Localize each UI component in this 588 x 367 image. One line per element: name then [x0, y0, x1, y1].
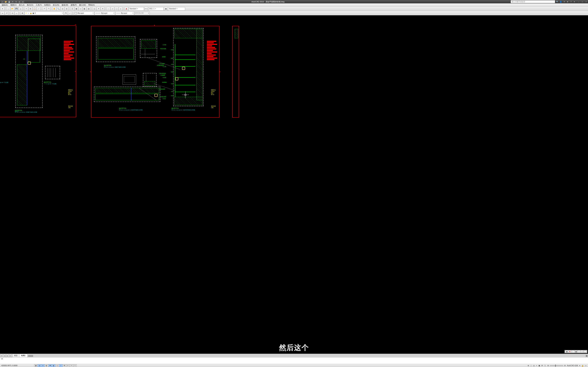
- tb-match[interactable]: ✓: [37, 7, 41, 11]
- menu-edit[interactable]: 编辑(E): [1, 4, 9, 6]
- tb-paste[interactable]: 📋: [33, 7, 36, 11]
- menu-window[interactable]: 窗口(W): [78, 4, 87, 6]
- toggle-3dosnap[interactable]: ◧: [52, 364, 55, 367]
- toggle-lwt[interactable]: ≡: [66, 364, 69, 367]
- lineweight-combo[interactable]: ByLayer▾: [115, 12, 134, 15]
- sb-scale-icon[interactable]: 1:: [544, 365, 546, 367]
- linetype-combo[interactable]: ByLayer▾: [95, 12, 115, 15]
- cs-max-icon[interactable]: ⛶: [584, 350, 587, 353]
- tb-cut[interactable]: ✂: [25, 7, 28, 11]
- tb-dsv[interactable]: ▦: [75, 7, 78, 11]
- dim-style-combo[interactable]: DS1: 1▾: [148, 7, 164, 10]
- exchange-icon[interactable]: ✕: [563, 0, 566, 3]
- tb-pan[interactable]: ✋: [52, 7, 56, 11]
- drawing-canvas[interactable]: 04 03 DETAIL EL-01 1:10 @ A3 客餐厅墙面大样图 @ …: [0, 15, 588, 354]
- qat-redo-icon[interactable]: ↷: [15, 0, 17, 3]
- qat-open-icon[interactable]: 📂: [4, 0, 7, 3]
- zoom-slider[interactable]: [550, 365, 563, 366]
- sb-tray-icon[interactable]: ▭: [584, 365, 587, 367]
- tb-area[interactable]: ▱: [111, 7, 114, 11]
- cs-model-icon[interactable]: ▣: [565, 350, 568, 353]
- tb-save[interactable]: 💾: [15, 7, 18, 11]
- tb-dist[interactable]: ↔: [106, 7, 110, 11]
- tb-zoom-rt[interactable]: 🔍: [56, 7, 60, 11]
- sb-pan-icon[interactable]: ⌖: [536, 365, 538, 367]
- workspace-label[interactable]: AutoCAD 经典: [567, 365, 579, 367]
- sb-quickview-icon[interactable]: ◎: [533, 365, 535, 367]
- qat-save-icon[interactable]: 💾: [8, 0, 10, 3]
- tb-dropdown[interactable]: ▾: [1, 7, 4, 11]
- tb-zoom-w[interactable]: ⊡: [61, 7, 64, 11]
- toggle-ducs[interactable]: ⊡: [59, 364, 62, 367]
- tb-layeriso[interactable]: ⊙: [10, 11, 14, 15]
- tb-text-a-icon[interactable]: A: [125, 7, 128, 11]
- tab-nav-last[interactable]: ⏭: [9, 354, 12, 357]
- tb-erase[interactable]: ✕: [101, 7, 104, 11]
- help-dd-icon[interactable]: ▾: [573, 0, 576, 3]
- tb-calc[interactable]: ▤: [87, 7, 91, 11]
- hscroll-right[interactable]: ▶: [586, 355, 588, 357]
- sb-model-icon[interactable]: ⊕: [527, 365, 529, 367]
- sb-layout-icon[interactable]: ⬚: [530, 365, 532, 367]
- tb-props[interactable]: ☰: [70, 7, 74, 11]
- tab-nav-first[interactable]: ⏮: [0, 354, 3, 357]
- tb-list[interactable]: ≡: [119, 7, 122, 11]
- sb-ws-icon[interactable]: ⚙: [564, 365, 566, 367]
- infocenter-search[interactable]: 键入关键字或短语: [511, 0, 555, 3]
- horizontal-scrollbar[interactable]: ▶: [28, 355, 588, 357]
- tab-nav-next[interactable]: ▶: [6, 354, 9, 357]
- tb-explode[interactable]: ✦: [97, 7, 100, 11]
- minimize-button[interactable]: –: [577, 0, 580, 3]
- menu-view[interactable]: 视图(V): [9, 4, 18, 6]
- toggle-dyn[interactable]: ✚: [63, 364, 66, 367]
- toggle-ortho[interactable]: ⊞: [41, 364, 44, 367]
- tb-redo[interactable]: ↷: [47, 7, 50, 11]
- tab-model[interactable]: 模型: [12, 354, 19, 357]
- toggle-snap[interactable]: ▦: [34, 364, 37, 367]
- cs-dash-icon[interactable]: —: [578, 350, 580, 353]
- qat-undo-icon[interactable]: ↶: [11, 0, 14, 3]
- tb-block[interactable]: ◫: [93, 7, 96, 11]
- tab-nav-prev[interactable]: ◀: [3, 354, 6, 357]
- cs-moon-icon[interactable]: ☾: [571, 350, 574, 353]
- tb-tool-pal[interactable]: ◧: [83, 7, 86, 11]
- table-style-combo[interactable]: Standard▾: [168, 7, 185, 10]
- tb-zoom-p[interactable]: ⊟: [65, 7, 68, 11]
- qat-new-icon[interactable]: □: [1, 0, 4, 3]
- tb-undo[interactable]: ↶: [43, 7, 46, 11]
- tb-sheet[interactable]: ▭: [79, 7, 82, 11]
- cs-grid-icon[interactable]: ▦: [575, 350, 577, 353]
- toggle-osnap[interactable]: ⬒: [48, 364, 52, 367]
- text-style-combo[interactable]: Standard▾: [129, 7, 144, 10]
- menu-insert[interactable]: 插入(I): [18, 4, 25, 6]
- sb-annoscale-icon[interactable]: A¹: [541, 365, 544, 367]
- cs-rect-icon[interactable]: ▭: [581, 350, 583, 353]
- tb-dim-icon[interactable]: ⟷: [144, 7, 148, 11]
- tb-new[interactable]: □: [7, 7, 10, 11]
- color-combo[interactable]: ByLayer▾: [74, 12, 94, 15]
- tb-layeroff[interactable]: ☼: [15, 11, 18, 15]
- tb-layermgr[interactable]: ≡: [1, 11, 4, 15]
- toggle-grid[interactable]: ▤: [38, 364, 41, 367]
- menu-dimension[interactable]: 标注(N): [52, 4, 60, 6]
- toggle-tpy[interactable]: +: [70, 364, 73, 367]
- tb-region[interactable]: ▢: [115, 7, 118, 11]
- toggle-qp[interactable]: □: [73, 364, 77, 367]
- menu-tools[interactable]: 工具(T): [35, 4, 43, 6]
- signin-icon[interactable]: 👤: [559, 0, 562, 3]
- sb-lock-icon[interactable]: 🔒: [581, 365, 584, 367]
- toggle-polar[interactable]: ◐: [45, 364, 48, 367]
- tb-open[interactable]: 📂: [10, 7, 14, 11]
- cs-annoscale-icon[interactable]: A: [568, 350, 571, 353]
- menu-help[interactable]: 帮助(H): [87, 4, 96, 6]
- tb-copy[interactable]: ⧉: [29, 7, 32, 11]
- tb-table-icon[interactable]: ▦: [164, 7, 168, 11]
- sb-ws-dd[interactable]: ▾: [579, 365, 581, 367]
- layer-combo[interactable]: ☀☼🔓▣ 0▾: [25, 12, 64, 15]
- hscroll-thumb[interactable]: [28, 355, 33, 357]
- qat-more-icon[interactable]: ▾: [21, 0, 24, 3]
- close-button[interactable]: ×: [584, 0, 588, 3]
- toggle-otrack[interactable]: ∠: [55, 364, 59, 367]
- tb-layerprev[interactable]: ↺: [5, 11, 9, 15]
- menu-format[interactable]: 格式(O): [26, 4, 34, 6]
